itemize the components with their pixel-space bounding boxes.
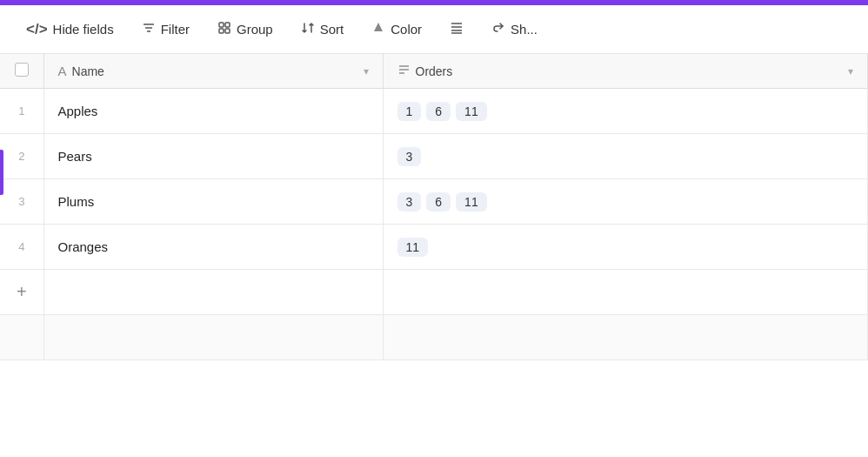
- svg-rect-4: [225, 23, 230, 27]
- order-badge[interactable]: 11: [397, 238, 429, 257]
- empty-cell: [383, 315, 868, 360]
- toolbar: </> Hide fields Filter Group Sort Colo: [0, 5, 868, 54]
- color-button[interactable]: Color: [359, 14, 434, 45]
- sort-label: Sort: [320, 22, 344, 37]
- table-wrapper: A Name ▾ Orders ▾: [0, 54, 868, 457]
- add-row-button[interactable]: +: [0, 270, 43, 315]
- filter-label: Filter: [161, 22, 190, 37]
- orders-type-icon: [397, 64, 411, 79]
- share-label: Sh...: [511, 22, 537, 37]
- empty-cell: [0, 315, 43, 360]
- orders-column-sort-icon: ▾: [848, 65, 853, 77]
- add-row-name-empty: [43, 270, 383, 315]
- order-badge[interactable]: 11: [456, 192, 487, 212]
- group-label: Group: [237, 22, 273, 37]
- name-type-icon: A: [58, 64, 67, 78]
- order-badge[interactable]: 3: [397, 192, 422, 212]
- row-name-cell[interactable]: Plums: [43, 179, 383, 225]
- color-label: Color: [391, 22, 422, 37]
- group-button[interactable]: Group: [205, 14, 285, 45]
- sort-icon: [301, 21, 315, 38]
- order-badge[interactable]: 1: [397, 102, 422, 121]
- svg-rect-3: [219, 23, 224, 27]
- row-number: 1: [0, 89, 43, 134]
- color-icon: [371, 21, 385, 38]
- filter-button[interactable]: Filter: [130, 14, 202, 45]
- row-name-cell[interactable]: Apples: [43, 89, 383, 134]
- sort-button[interactable]: Sort: [289, 14, 357, 45]
- table-row: 2Pears3: [0, 134, 868, 179]
- data-table: A Name ▾ Orders ▾: [0, 54, 868, 360]
- row-name-cell[interactable]: Pears: [43, 134, 383, 179]
- svg-rect-6: [225, 29, 230, 33]
- order-badge[interactable]: 11: [456, 102, 487, 121]
- order-badge[interactable]: 6: [426, 102, 451, 121]
- empty-cell: [43, 315, 383, 360]
- hide-fields-button[interactable]: </> Hide fields: [14, 14, 126, 45]
- add-row[interactable]: +: [0, 270, 868, 315]
- row-orders-cell[interactable]: 3611: [383, 179, 868, 225]
- empty-row: [0, 315, 868, 360]
- svg-rect-5: [219, 29, 224, 33]
- name-column-sort-icon: ▾: [364, 65, 369, 77]
- table-row: 4Oranges11: [0, 225, 868, 270]
- row-accent-bar: [0, 150, 3, 195]
- share-button[interactable]: Sh...: [479, 14, 550, 45]
- checkbox-column-header[interactable]: [0, 54, 43, 89]
- row-number: 2: [0, 134, 43, 179]
- row-orders-cell[interactable]: 3: [383, 134, 868, 179]
- row-height-icon: [450, 21, 464, 38]
- orders-column-label: Orders: [416, 64, 453, 78]
- table-row: 3Plums3611: [0, 179, 868, 225]
- hide-fields-label: Hide fields: [53, 22, 114, 37]
- group-icon: [217, 21, 231, 38]
- row-height-button[interactable]: [437, 14, 476, 45]
- row-number: 3: [0, 179, 43, 225]
- order-badge[interactable]: 6: [426, 192, 451, 212]
- order-badge[interactable]: 3: [397, 147, 422, 166]
- select-all-checkbox[interactable]: [15, 63, 29, 77]
- add-row-orders-empty: [383, 270, 868, 315]
- filter-icon: [142, 21, 156, 38]
- hide-fields-icon: </>: [26, 21, 48, 38]
- row-name-cell[interactable]: Oranges: [43, 225, 383, 270]
- name-column-header[interactable]: A Name ▾: [43, 54, 383, 89]
- share-icon: [491, 21, 505, 38]
- row-orders-cell[interactable]: 1611: [383, 89, 868, 134]
- orders-column-header[interactable]: Orders ▾: [383, 54, 868, 89]
- table-row: 1Apples1611: [0, 89, 868, 134]
- row-number: 4: [0, 225, 43, 270]
- name-column-label: Name: [72, 64, 104, 78]
- row-orders-cell[interactable]: 11: [383, 225, 868, 270]
